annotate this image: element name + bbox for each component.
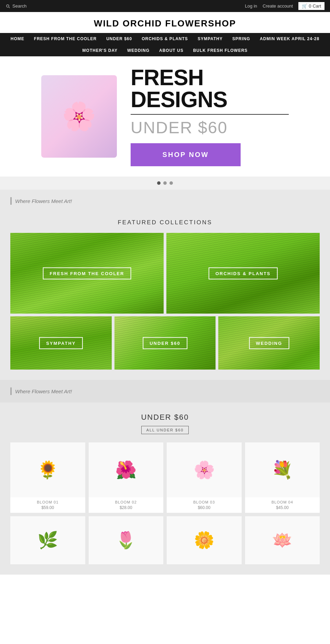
hero-flower-image <box>41 75 117 158</box>
product-image-4: 💐 <box>245 442 320 497</box>
under60-section: UNDER $60 ALL UNDER $60 🌻 BLOOM 01 $59.0… <box>0 403 330 575</box>
cart-button[interactable]: 🛒 0 Cart <box>298 2 324 10</box>
product-price-1: $59.00 <box>12 505 83 510</box>
top-bar: Search Log in Create account 🛒 0 Cart <box>0 0 330 12</box>
featured-grid-bottom: SYMPATHY UNDER $60 WEDDING <box>10 316 320 370</box>
tagline-text-1: Where Flowers Meet Art! <box>15 198 72 204</box>
product-card-8[interactable]: 🪷 <box>245 516 320 564</box>
product-card-2[interactable]: 🌺 BLOOM 02 $28.00 <box>89 442 164 513</box>
tagline-bar-2 <box>10 387 12 395</box>
wedding-label: WEDDING <box>249 337 289 349</box>
under60-label: UNDER $60 <box>143 337 187 349</box>
cart-icon: 🛒 <box>302 3 307 9</box>
nav-under60[interactable]: UNDER $60 <box>101 33 137 45</box>
product-price-3: $60.00 <box>169 505 240 510</box>
collection-wedding[interactable]: WEDDING <box>218 316 320 370</box>
top-right-actions: Log in Create account 🛒 0 Cart <box>245 2 324 10</box>
featured-title: FEATURED COLLECTIONS <box>10 219 320 226</box>
collection-under60[interactable]: UNDER $60 <box>114 316 216 370</box>
tagline-text-2: Where Flowers Meet Art! <box>15 388 72 394</box>
nav-fresh-cooler[interactable]: FRESH FROM THE COOLER <box>29 33 101 45</box>
nav-mothers-day[interactable]: MOTHER'S DAY <box>78 45 122 56</box>
all-under60-button[interactable]: ALL UNDER $60 <box>141 426 189 434</box>
nav-bulk[interactable]: BULK FRESH FLOWERS <box>188 45 253 56</box>
product-image-8: 🪷 <box>245 516 320 564</box>
sympathy-label: SYMPATHY <box>39 337 82 349</box>
product-card-1[interactable]: 🌻 BLOOM 01 $59.00 <box>10 442 85 513</box>
hero-banner: FRESH DESIGNS UNDER $60 SHOP NOW <box>0 56 330 177</box>
product-image-5: 🌿 <box>10 516 85 564</box>
carousel-dot-2[interactable] <box>163 181 167 185</box>
product-image-7: 🌼 <box>167 516 242 564</box>
collection-sympathy[interactable]: SYMPATHY <box>10 316 112 370</box>
product-image-3: 🌸 <box>167 442 242 497</box>
site-title: WILD ORCHID FLOWERSHOP <box>0 12 330 33</box>
nav-wedding[interactable]: WEDDING <box>122 45 154 56</box>
carousel-dot-1[interactable] <box>157 181 161 185</box>
hero-divider <box>131 114 289 115</box>
under60-title: UNDER $60 <box>10 413 320 422</box>
shop-now-button[interactable]: SHOP NOW <box>131 143 241 166</box>
cart-label: Cart <box>312 3 321 9</box>
featured-grid-top: FRESH FROM THE COOLER ORCHIDS & PLANTS <box>10 233 320 314</box>
product-price-2: $28.00 <box>91 505 162 510</box>
tagline-bar-1 <box>10 197 12 205</box>
product-image-6: 🌷 <box>89 516 164 564</box>
product-price-4: $45.00 <box>247 505 318 510</box>
nav-orchids[interactable]: ORCHIDS & PLANTS <box>137 33 193 45</box>
nav-row-1: HOME FRESH FROM THE COOLER UNDER $60 ORC… <box>6 33 324 45</box>
search-area[interactable]: Search <box>6 3 26 9</box>
collection-fresh-cooler[interactable]: FRESH FROM THE COOLER <box>10 233 164 314</box>
product-info-4: BLOOM 04 $45.00 <box>245 497 320 513</box>
product-name-4: BLOOM 04 <box>247 500 318 504</box>
nav-about[interactable]: ABOUT US <box>154 45 188 56</box>
product-card-3[interactable]: 🌸 BLOOM 03 $60.00 <box>167 442 242 513</box>
nav-home[interactable]: HOME <box>6 33 29 45</box>
hero-text-block: FRESH DESIGNS UNDER $60 SHOP NOW <box>117 67 289 166</box>
product-image-1: 🌻 <box>10 442 85 497</box>
carousel-dots <box>0 177 330 190</box>
product-card-6[interactable]: 🌷 <box>89 516 164 564</box>
orchids-label: ORCHIDS & PLANTS <box>209 267 278 279</box>
products-grid-row2: 🌿 🌷 🌼 🪷 <box>10 516 320 571</box>
tagline-section-2: Where Flowers Meet Art! <box>0 380 330 403</box>
cart-count: 0 <box>309 3 311 9</box>
nav-row-2: MOTHER'S DAY WEDDING ABOUT US BULK FRESH… <box>78 45 253 56</box>
fresh-cooler-label: FRESH FROM THE COOLER <box>43 267 131 279</box>
product-card-7[interactable]: 🌼 <box>167 516 242 564</box>
tagline-section-1: Where Flowers Meet Art! <box>0 190 330 212</box>
product-name-2: BLOOM 02 <box>91 500 162 504</box>
product-card-4[interactable]: 💐 BLOOM 04 $45.00 <box>245 442 320 513</box>
search-icon <box>6 4 10 9</box>
featured-collections-section: FEATURED COLLECTIONS FRESH FROM THE COOL… <box>0 212 330 380</box>
nav-admin-week[interactable]: ADMIN WEEK APRIL 24-28 <box>255 33 324 45</box>
product-info-1: BLOOM 01 $59.00 <box>10 497 85 513</box>
collection-orchids[interactable]: ORCHIDS & PLANTS <box>166 233 320 314</box>
hero-heading2: UNDER $60 <box>131 118 289 137</box>
product-name-3: BLOOM 03 <box>169 500 240 504</box>
carousel-dot-3[interactable] <box>169 181 173 185</box>
product-name-1: BLOOM 01 <box>12 500 83 504</box>
products-grid-row1: 🌻 BLOOM 01 $59.00 🌺 BLOOM 02 $28.00 🌸 BL… <box>10 442 320 513</box>
product-info-3: BLOOM 03 $60.00 <box>167 497 242 513</box>
search-label: Search <box>12 3 26 9</box>
hero-heading1: FRESH DESIGNS <box>131 67 289 111</box>
create-account-link[interactable]: Create account <box>263 3 293 9</box>
product-image-2: 🌺 <box>89 442 164 497</box>
nav-sympathy[interactable]: SYMPATHY <box>193 33 228 45</box>
main-navigation: HOME FRESH FROM THE COOLER UNDER $60 ORC… <box>0 33 330 56</box>
product-info-2: BLOOM 02 $28.00 <box>89 497 164 513</box>
login-link[interactable]: Log in <box>245 3 257 9</box>
product-card-5[interactable]: 🌿 <box>10 516 85 564</box>
nav-spring[interactable]: SPRING <box>228 33 255 45</box>
